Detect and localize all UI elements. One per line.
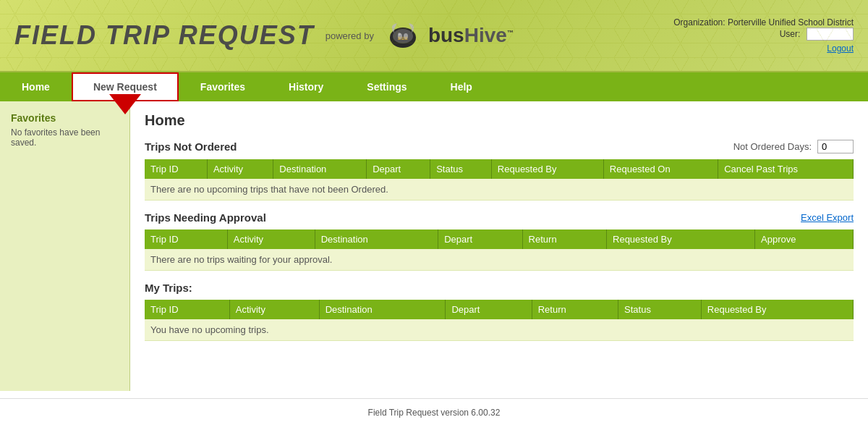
- my-trips-empty-message: You have no upcoming trips.: [145, 319, 854, 341]
- logout-link[interactable]: Logout: [673, 43, 854, 54]
- nav-history[interactable]: History: [267, 72, 345, 101]
- col-depart-2: Depart: [438, 229, 522, 249]
- my-trips-table: Trip ID Activity Destination Depart Retu…: [145, 300, 854, 341]
- col-approve: Approve: [755, 229, 854, 249]
- col-trip-id-2: Trip ID: [145, 229, 227, 249]
- sidebar-message: No favorites have been saved.: [11, 127, 119, 148]
- app-header: FIELD TRIP REQUEST powered by ≡≡≡ busHiv…: [0, 0, 868, 72]
- col-return-2: Return: [522, 229, 606, 249]
- trips-not-ordered-columns: Trip ID Activity Destination Depart Stat…: [145, 159, 854, 179]
- sidebar: Favorites No favorites have been saved.: [0, 101, 130, 391]
- trips-needing-approval-columns: Trip ID Activity Destination Depart Retu…: [145, 229, 854, 249]
- col-depart-3: Depart: [446, 300, 532, 319]
- col-destination-2: Destination: [315, 229, 438, 249]
- col-depart: Depart: [367, 159, 430, 179]
- svg-text:≡≡≡: ≡≡≡: [398, 35, 408, 42]
- trips-not-ordered-table: Trip ID Activity Destination Depart Stat…: [145, 159, 854, 201]
- nav-favorites[interactable]: Favorites: [179, 72, 267, 101]
- bushive-bee-icon: ≡≡≡: [381, 17, 425, 54]
- brand-hive: Hive: [464, 24, 507, 46]
- bushive-brand-text: busHive™: [428, 24, 514, 47]
- org-label: Organization:: [673, 17, 725, 28]
- powered-by-label: powered by: [326, 30, 374, 41]
- col-status-3: Status: [618, 300, 702, 319]
- trips-needing-approval-table: Trip ID Activity Destination Depart Retu…: [145, 229, 854, 271]
- not-ordered-label: Not Ordered Days:: [733, 141, 812, 152]
- col-cancel-past-trips: Cancel Past Trips: [718, 159, 854, 179]
- content-area: Home Trips Not Ordered Not Ordered Days:…: [130, 101, 868, 391]
- brand-bus: bus: [428, 24, 464, 46]
- user-label: User:: [780, 29, 801, 39]
- col-requested-by-3: Requested By: [701, 300, 853, 319]
- footer: Field Trip Request version 6.00.32: [0, 398, 868, 426]
- page-title: Home: [145, 112, 854, 129]
- trips-needing-approval-header: Trips Needing Approval Excel Export: [145, 211, 854, 224]
- trademark-symbol: ™: [507, 29, 514, 36]
- col-requested-by-2: Requested By: [607, 229, 755, 249]
- trips-not-ordered-empty-row: There are no upcoming trips that have no…: [145, 179, 854, 201]
- logo-area: FIELD TRIP REQUEST powered by ≡≡≡ busHiv…: [14, 17, 514, 54]
- trips-needing-approval-empty-row: There are no trips waiting for your appr…: [145, 249, 854, 271]
- my-trips-title: My Trips:: [145, 282, 192, 294]
- not-ordered-days-row: Not Ordered Days:: [733, 140, 854, 153]
- arrow-head: [109, 94, 141, 114]
- col-return-3: Return: [532, 300, 618, 319]
- trips-not-ordered-title: Trips Not Ordered: [145, 140, 237, 153]
- col-destination-3: Destination: [319, 300, 446, 319]
- header-user-info: Organization: Porterville Unified School…: [673, 17, 854, 54]
- footer-version: Field Trip Request version 6.00.32: [368, 408, 501, 418]
- app-title: FIELD TRIP REQUEST: [14, 20, 315, 51]
- col-activity: Activity: [207, 159, 273, 179]
- org-info: Organization: Porterville Unified School…: [673, 17, 854, 28]
- main-layout: Favorites No favorites have been saved. …: [0, 101, 868, 391]
- col-activity-3: Activity: [229, 300, 319, 319]
- my-trips-columns: Trip ID Activity Destination Depart Retu…: [145, 300, 854, 319]
- excel-export-link[interactable]: Excel Export: [801, 212, 854, 223]
- sidebar-title: Favorites: [11, 112, 119, 124]
- trips-needing-approval-title: Trips Needing Approval: [145, 211, 266, 224]
- col-requested-by: Requested By: [491, 159, 603, 179]
- not-ordered-days-input[interactable]: [817, 140, 854, 153]
- org-name: Porterville Unified School District: [728, 17, 854, 28]
- nav-bar: Home New Request Favorites History Setti…: [0, 72, 868, 101]
- col-trip-id-3: Trip ID: [145, 300, 229, 319]
- col-requested-on: Requested On: [603, 159, 718, 179]
- trips-not-ordered-empty-message: There are no upcoming trips that have no…: [145, 179, 854, 201]
- col-status: Status: [430, 159, 492, 179]
- trips-needing-approval-empty-message: There are no trips waiting for your appr…: [145, 249, 854, 271]
- col-activity-2: Activity: [227, 229, 315, 249]
- bushive-logo: ≡≡≡ busHive™: [381, 17, 514, 54]
- nav-help[interactable]: Help: [429, 72, 494, 101]
- user-value: [807, 28, 854, 41]
- my-trips-header: My Trips:: [145, 282, 854, 294]
- nav-settings[interactable]: Settings: [345, 72, 428, 101]
- col-trip-id: Trip ID: [145, 159, 207, 179]
- new-request-nav-container: New Request: [72, 81, 179, 93]
- col-destination: Destination: [273, 159, 367, 179]
- user-info: User:: [673, 28, 854, 41]
- trips-not-ordered-header: Trips Not Ordered Not Ordered Days:: [145, 140, 854, 153]
- nav-home[interactable]: Home: [0, 72, 72, 101]
- my-trips-empty-row: You have no upcoming trips.: [145, 319, 854, 341]
